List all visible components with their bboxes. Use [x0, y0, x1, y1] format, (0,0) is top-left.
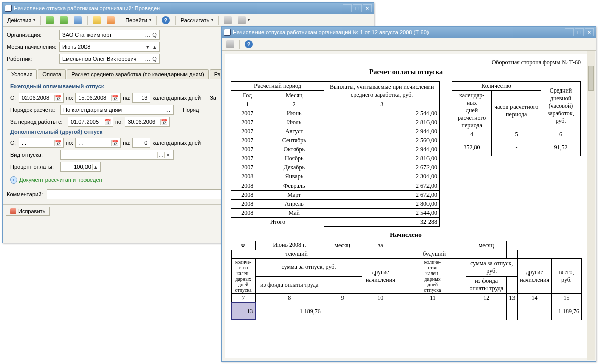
maximize-button[interactable]: □: [353, 4, 362, 12]
table-cell: 2007: [231, 145, 264, 154]
fix-button[interactable]: Исправить: [6, 207, 50, 216]
minimize-button[interactable]: _: [343, 4, 352, 12]
close-button[interactable]: ×: [585, 28, 594, 36]
table-cell: 2008: [231, 209, 264, 218]
tab-payment[interactable]: Оплата: [38, 69, 66, 79]
printer-icon: [226, 40, 234, 48]
goto-menu[interactable]: Перейти: [123, 15, 154, 25]
tool-next[interactable]: [57, 15, 70, 25]
actions-menu[interactable]: Действия: [5, 15, 38, 25]
calendar-icon[interactable]: 📅: [54, 95, 62, 101]
kind-clear[interactable]: ×: [164, 152, 172, 158]
table-cell: Сентябрь: [264, 136, 324, 145]
table-cell: 2 944,00: [324, 127, 440, 136]
help-button[interactable]: ?: [159, 15, 173, 25]
worker-label: Работник:: [7, 56, 59, 62]
order-input[interactable]: [62, 106, 164, 113]
worker-select-button[interactable]: …: [144, 56, 151, 62]
report-window-title: Начисление отпуска работникам организаци…: [233, 29, 564, 35]
report-window: Начисление отпуска работникам организаци…: [221, 26, 596, 362]
post-icon: [107, 16, 115, 24]
table-cell: 2008: [231, 200, 264, 209]
arrow-right-icon: [60, 16, 68, 24]
date-to-input[interactable]: [77, 94, 111, 101]
calendar-icon[interactable]: 📅: [54, 140, 62, 146]
order-select[interactable]: …: [164, 107, 172, 113]
tab-avg-calc[interactable]: Расчет среднего заработка (по календарны…: [67, 69, 208, 79]
calendar-icon[interactable]: 📅: [111, 140, 119, 146]
table-cell: Июль: [264, 118, 324, 127]
kind-label: Вид отпуска:: [10, 152, 60, 158]
add-days[interactable]: [134, 139, 148, 146]
window-title: Начисление отпуска работникам организаци…: [14, 5, 341, 11]
status-calculated: i Документ рассчитан и проведен: [10, 176, 102, 184]
table-cell: 2007: [231, 127, 264, 136]
folder-icon: [93, 16, 101, 24]
scroll-thumb[interactable]: [588, 66, 594, 91]
worker-clear-button[interactable]: Q: [151, 56, 158, 62]
month-input[interactable]: [61, 43, 144, 50]
tool-open[interactable]: [90, 15, 103, 25]
table-cell: 2008: [231, 191, 264, 200]
form-corner-label: Оборотная сторона формы № Т-60: [231, 59, 581, 66]
table-cell: Апрель: [264, 200, 324, 209]
table-cell: 2 560,00: [324, 136, 440, 145]
calendar-icon[interactable]: 📅: [104, 119, 111, 125]
calc-menu[interactable]: Рассчитать: [178, 15, 216, 25]
calendar-icon[interactable]: 📅: [111, 95, 119, 101]
selected-cell[interactable]: 13: [231, 303, 255, 320]
date-from-input[interactable]: [21, 94, 54, 101]
add-date-from[interactable]: [21, 139, 54, 146]
tool-list[interactable]: [221, 15, 234, 25]
calendar-icon[interactable]: 📅: [160, 119, 168, 125]
tool-prev[interactable]: [43, 15, 56, 25]
org-input[interactable]: [61, 31, 144, 38]
org-clear-button[interactable]: Q: [151, 32, 158, 38]
kind-select[interactable]: …: [157, 152, 164, 158]
table-cell: Декабрь: [264, 163, 324, 172]
days-input[interactable]: [134, 94, 148, 101]
month-dropdown[interactable]: ▾: [144, 44, 151, 50]
print-button[interactable]: [224, 39, 237, 49]
add-date-to[interactable]: [77, 139, 111, 146]
org-select-button[interactable]: …: [144, 32, 151, 38]
minimize-button[interactable]: _: [565, 28, 574, 36]
table-cell: 2007: [231, 163, 264, 172]
comment-label: Комментарий:: [7, 191, 47, 197]
table-cell: Март: [264, 191, 324, 200]
table-cell: 2008: [231, 181, 264, 191]
window-icon: [5, 5, 12, 12]
table-cell: Июнь: [264, 109, 324, 118]
arrow-left-icon: [46, 16, 54, 24]
tool-post[interactable]: [104, 15, 117, 25]
table-cell: 2008: [231, 172, 264, 181]
table-cell: Август: [264, 127, 324, 136]
report-titlebar[interactable]: Начисление отпуска работникам организаци…: [222, 27, 596, 38]
report-body: Оборотная сторона формы № Т-60 Расчет оп…: [225, 54, 587, 358]
worker-input[interactable]: [61, 55, 144, 62]
table-cell: 2 672,00: [324, 163, 440, 172]
table-cell: 2 544,00: [324, 109, 440, 118]
month-label: Месяц начисления:: [7, 44, 59, 50]
period-to-input[interactable]: [127, 118, 160, 125]
table-cell: 2007: [231, 136, 264, 145]
table-cell: 2 672,00: [324, 191, 440, 200]
pct-label: Процент оплаты:: [10, 164, 60, 170]
month-spinner[interactable]: ▴: [151, 44, 158, 50]
tab-conditions[interactable]: Условия: [7, 69, 37, 79]
table-cell: 2007: [231, 154, 264, 163]
titlebar[interactable]: Начисление отпуска работникам организаци…: [3, 3, 374, 14]
tool-print[interactable]: [235, 15, 252, 25]
close-button[interactable]: ×: [363, 4, 372, 12]
period-from-input[interactable]: [70, 118, 104, 125]
table-cell: 2 304,00: [324, 172, 440, 181]
pct-input[interactable]: [62, 163, 92, 170]
table-cell: 2 800,00: [324, 200, 440, 209]
help-button[interactable]: ?: [242, 39, 255, 49]
pct-spinner[interactable]: ▴: [92, 164, 99, 170]
scrollbar[interactable]: [587, 51, 595, 360]
refresh-icon: [74, 16, 82, 24]
kind-input[interactable]: [62, 151, 157, 158]
tool-refresh[interactable]: [71, 15, 84, 25]
maximize-button[interactable]: □: [575, 28, 584, 36]
